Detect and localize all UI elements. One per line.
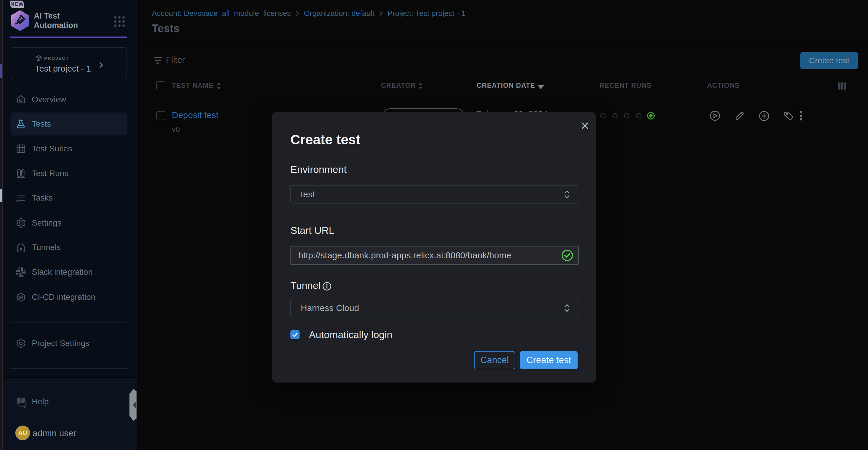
svg-text:?: ? [20, 398, 22, 403]
